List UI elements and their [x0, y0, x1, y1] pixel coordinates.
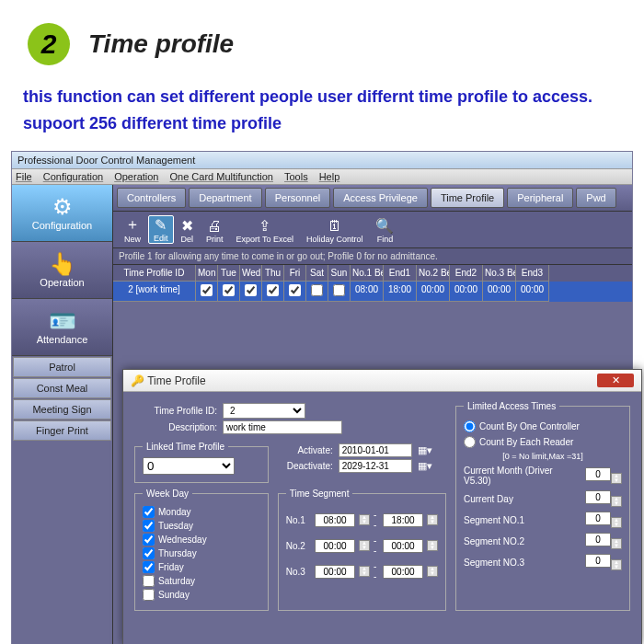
sidebar-big-item[interactable]: 🪪Attendance	[12, 299, 112, 356]
seg-begin-input[interactable]	[315, 513, 355, 527]
day-checkbox[interactable]	[245, 284, 257, 296]
weekday-checkbox[interactable]	[143, 534, 155, 546]
spinner-icon[interactable]: ▲▼	[427, 566, 438, 577]
toolbar-button[interactable]: ✖Del	[176, 217, 200, 244]
menu-item[interactable]: Tools	[284, 171, 308, 182]
spinner-icon[interactable]: ▲▼	[359, 540, 370, 551]
seg-begin-input[interactable]	[315, 539, 355, 553]
sidebar-small-item[interactable]: Const Meal	[13, 378, 111, 398]
day-checkbox[interactable]	[267, 284, 279, 296]
table-row[interactable]: 2 [work time]08:0018:0000:0000:0000:0000…	[113, 282, 632, 302]
tab[interactable]: Pwd	[576, 188, 615, 208]
toolbar-button[interactable]: 🔍Find	[370, 217, 399, 244]
tool-icon: ＋	[125, 215, 140, 235]
cell: 08:00	[351, 282, 384, 302]
cell: 18:00	[384, 282, 417, 302]
deactivate-input[interactable]	[339, 459, 412, 473]
day-checkbox[interactable]	[289, 284, 301, 296]
menu-item[interactable]: One Card Multifunction	[169, 171, 273, 182]
tool-label: New	[124, 235, 141, 244]
column-header: No.2 Begin	[417, 265, 450, 282]
tab[interactable]: Peripheral	[507, 188, 573, 208]
activate-input[interactable]	[339, 443, 412, 457]
description-label: Description:	[134, 422, 217, 432]
seg-end-input[interactable]	[383, 539, 423, 553]
day-checkbox[interactable]	[333, 284, 345, 296]
step-title: Time profile	[88, 29, 234, 59]
sidebar-big-item[interactable]: 👆Operation	[12, 242, 112, 299]
spinner-icon[interactable]: ▲▼	[611, 473, 622, 484]
spinner-icon[interactable]: ▲▼	[359, 566, 370, 577]
tool-label: Del	[181, 235, 194, 244]
weekday-checkbox[interactable]	[143, 520, 155, 532]
current-month-input[interactable]	[585, 467, 611, 481]
seg3-limit-input[interactable]	[585, 554, 611, 568]
menu-item[interactable]: Help	[319, 171, 340, 182]
menu-item[interactable]: File	[16, 171, 32, 182]
tool-icon: 🗓	[328, 218, 342, 235]
seg-begin-input[interactable]	[315, 565, 355, 579]
seg-label: No.2	[286, 541, 311, 551]
spinner-icon[interactable]: ▲▼	[611, 496, 622, 507]
seg1-limit-input[interactable]	[585, 512, 611, 525]
weekday-checkbox[interactable]	[143, 561, 155, 573]
description-input[interactable]	[223, 420, 342, 434]
tab[interactable]: Controllers	[117, 188, 186, 208]
linked-profile-fieldset: Linked Time Profile 0	[134, 442, 269, 483]
weekday-checkbox[interactable]	[143, 575, 155, 587]
tab[interactable]: Personnel	[265, 188, 331, 208]
day-checkbox[interactable]	[223, 284, 235, 296]
toolbar-button[interactable]: ＋New	[119, 215, 146, 244]
count-controller-radio[interactable]	[464, 420, 476, 432]
seg-end-input[interactable]	[383, 513, 423, 527]
toolbar-button[interactable]: ⇪Export To Excel	[231, 217, 299, 244]
toolbar-button[interactable]: 🖨Print	[201, 218, 229, 244]
sidebar-small-item[interactable]: Meeting Sign	[13, 399, 111, 420]
cell: 00:00	[516, 282, 549, 302]
tab[interactable]: Department	[189, 188, 261, 208]
sidebar-icon: ⚙	[52, 194, 73, 220]
tab-strip: ControllersDepartmentPersonnelAccess Pri…	[113, 185, 632, 212]
time-segment-fieldset: Time Segment No.1 ▲▼ -- ▲▼No.2 ▲▼ -- ▲▼N…	[278, 489, 446, 611]
day-checkbox[interactable]	[311, 284, 323, 296]
toolbar-button[interactable]: ✎Edit	[148, 215, 174, 244]
profile-id-select[interactable]: 2	[223, 403, 305, 419]
spinner-icon[interactable]: ▲▼	[359, 514, 370, 525]
weekday-label: Sunday	[158, 590, 190, 600]
spinner-icon[interactable]: ▲▼	[427, 540, 438, 551]
tab[interactable]: Time Profile	[431, 188, 504, 208]
tool-icon: 🖨	[207, 218, 222, 235]
sidebar-item-label: Attendance	[37, 334, 88, 345]
weekday-checkbox[interactable]	[143, 589, 155, 601]
calendar-icon[interactable]: ▦▾	[418, 460, 432, 472]
spinner-icon[interactable]: ▲▼	[611, 517, 622, 528]
count-reader-radio[interactable]	[464, 436, 476, 448]
cell	[306, 282, 328, 302]
seg2-limit-input[interactable]	[585, 533, 611, 546]
sidebar: ⚙Configuration👆Operation🪪AttendancePatro…	[12, 185, 113, 644]
linked-profile-select[interactable]: 0	[143, 457, 235, 475]
time-segment-legend: Time Segment	[286, 489, 353, 499]
menu-item[interactable]: Operation	[114, 171, 158, 182]
tool-label: Find	[377, 235, 394, 244]
weekday-checkbox[interactable]	[143, 547, 155, 559]
sidebar-big-item[interactable]: ⚙Configuration	[12, 185, 112, 242]
weekday-checkbox[interactable]	[143, 506, 155, 518]
cell: 00:00	[417, 282, 450, 302]
current-day-input[interactable]	[585, 490, 611, 504]
menu-item[interactable]: Configuration	[43, 171, 103, 182]
tab[interactable]: Access Privilege	[333, 188, 428, 208]
spinner-icon[interactable]: ▲▼	[611, 538, 622, 549]
spinner-icon[interactable]: ▲▼	[427, 514, 438, 525]
cell: 00:00	[483, 282, 516, 302]
sidebar-small-item[interactable]: Patrol	[13, 357, 111, 377]
column-header: Mon	[196, 265, 218, 282]
day-checkbox[interactable]	[201, 284, 213, 296]
spinner-icon[interactable]: ▲▼	[611, 559, 622, 570]
toolbar-button[interactable]: 🗓Holiday Control	[301, 218, 369, 244]
seg-end-input[interactable]	[383, 565, 423, 579]
tool-label: Holiday Control	[306, 235, 363, 244]
close-icon[interactable]: ✕	[597, 374, 634, 387]
sidebar-small-item[interactable]: Finger Print	[13, 420, 111, 441]
calendar-icon[interactable]: ▦▾	[418, 444, 432, 456]
